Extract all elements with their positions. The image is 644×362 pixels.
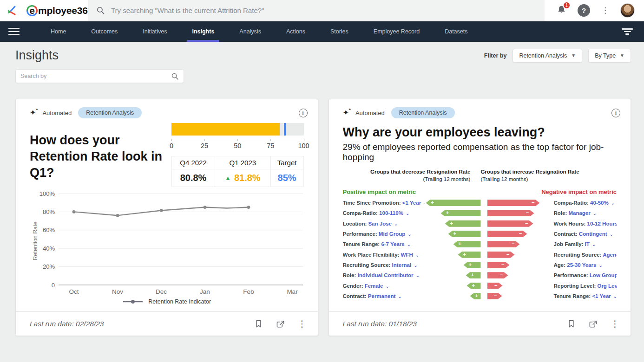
chevron-down-icon[interactable]: ⌄ (613, 294, 617, 299)
increase-impact-bar[interactable]: − (487, 293, 502, 299)
decrease-impact-bar[interactable]: + (445, 220, 481, 227)
svg-text:0: 0 (52, 282, 55, 289)
decrease-column-header: Groups that decrease Resignation Rate (T… (343, 168, 476, 183)
group-value-link[interactable]: <1 Year (592, 293, 611, 299)
bookmark-icon[interactable] (254, 319, 263, 329)
group-value-link[interactable]: Contingent (579, 231, 607, 237)
chevron-down-icon[interactable]: ⌄ (407, 232, 411, 237)
increase-impact-bar[interactable]: − (487, 200, 540, 206)
nav-item-insights[interactable]: Insights (179, 21, 227, 42)
increase-impact-bar[interactable]: − (487, 210, 534, 216)
user-avatar[interactable] (620, 3, 635, 18)
kebab-menu-icon[interactable]: ⋮ (611, 319, 619, 328)
nav-item-outcomes[interactable]: Outcomes (79, 21, 130, 42)
group-value-link[interactable]: 40-50% (590, 200, 609, 206)
chevron-down-icon[interactable]: ⌄ (592, 242, 596, 247)
filter-dropdown-category[interactable]: Retention Analysis ▼ (513, 49, 582, 63)
category-pill[interactable]: Retention Analysis (78, 107, 142, 118)
search-icon[interactable] (171, 72, 179, 80)
group-value-link[interactable]: Low Group (590, 272, 617, 278)
nav-item-actions[interactable]: Actions (274, 21, 318, 42)
notifications-button[interactable]: 1 (557, 5, 566, 17)
nav-item-employee-record[interactable]: Employee Record (361, 21, 432, 42)
nav-item-datasets[interactable]: Datasets (432, 21, 480, 42)
group-value-link[interactable]: IT (585, 241, 590, 247)
group-value-link[interactable]: 6-7 Years (381, 241, 404, 247)
share-icon[interactable] (588, 319, 598, 329)
decrease-impact-bar[interactable]: + (441, 210, 481, 216)
nav-item-initiatives[interactable]: Initiatives (130, 21, 179, 42)
negative-impact-header: Negative impact on metric (541, 188, 617, 195)
kebab-menu-icon[interactable]: ⋮ (298, 319, 307, 328)
decrease-group-label: Time Since Promotion: <1 Year⌄ (343, 200, 425, 206)
group-value-link[interactable]: Individual Contributor (357, 272, 413, 278)
decrease-impact-bar[interactable]: + (467, 283, 481, 289)
bookmark-icon[interactable] (567, 319, 576, 329)
kebab-menu-icon[interactable]: ⋮ (601, 6, 609, 14)
global-search-bar[interactable] (88, 0, 545, 21)
decrease-impact-bar[interactable]: + (448, 231, 481, 237)
chevron-down-icon[interactable]: ⌄ (414, 263, 417, 268)
decrease-impact-bar[interactable]: + (426, 200, 481, 206)
tornado-row: Performance: Mid Group⌄ + − Contract: Co… (343, 229, 617, 239)
app-logo[interactable]: employee360 (0, 0, 88, 21)
group-value-link[interactable]: Manager (568, 210, 590, 216)
chevron-down-icon[interactable]: ⌄ (398, 294, 401, 299)
group-value-link[interactable]: San Jose (368, 221, 392, 226)
group-value-link[interactable]: Agency (603, 252, 617, 258)
chevron-down-icon[interactable]: ⌄ (593, 211, 597, 216)
hamburger-menu-icon[interactable] (8, 26, 20, 37)
chevron-down-icon[interactable]: ⌄ (416, 273, 420, 278)
group-value-link[interactable]: Mid Group (379, 231, 406, 237)
funnel-filter-icon[interactable] (622, 27, 633, 36)
info-icon[interactable]: i (611, 109, 620, 117)
automated-label: Automated (355, 110, 385, 116)
increase-impact-bar[interactable]: − (487, 252, 515, 258)
sparkle-icon: ✦ (30, 109, 36, 116)
category-pill[interactable]: Retention Analysis (391, 107, 455, 118)
chevron-down-icon[interactable]: ⌄ (407, 242, 411, 247)
group-value-link[interactable]: 25-30 Years (567, 262, 596, 268)
bullet-target-marker[interactable] (284, 123, 286, 136)
increase-group-label: Job Family: IT⌄ (542, 241, 617, 247)
share-icon[interactable] (276, 319, 285, 329)
card-title: How does your Retention Rate look in Q1? (30, 132, 169, 187)
decrease-impact-bar[interactable]: + (470, 293, 481, 299)
group-value-link[interactable]: Internal (392, 262, 412, 268)
group-value-link[interactable]: Female (365, 283, 383, 289)
decrease-impact-bar[interactable]: + (466, 272, 481, 278)
group-value-link[interactable]: WFH (401, 252, 413, 258)
chevron-down-icon[interactable]: ⌄ (611, 200, 615, 206)
help-button[interactable]: ? (578, 4, 590, 17)
bullet-value-bar[interactable] (171, 123, 280, 136)
insights-search-box[interactable] (15, 69, 184, 83)
group-value-link[interactable]: 10-12 Hours (587, 221, 617, 226)
decrease-impact-bar[interactable]: + (458, 252, 481, 258)
increase-impact-bar[interactable]: − (487, 272, 508, 278)
global-search-input[interactable] (111, 6, 536, 14)
info-icon[interactable]: i (299, 109, 308, 117)
chevron-down-icon[interactable]: ⌄ (394, 221, 398, 226)
nav-item-stories[interactable]: Stories (318, 21, 361, 42)
increase-impact-bar[interactable]: − (487, 262, 510, 268)
increase-impact-bar[interactable]: − (487, 241, 520, 247)
increase-impact-bar[interactable]: − (487, 220, 533, 227)
chevron-down-icon[interactable]: ⌄ (415, 252, 419, 258)
decrease-impact-bar[interactable]: + (453, 241, 481, 247)
chevron-down-icon[interactable]: ⌄ (610, 232, 613, 237)
chevron-down-icon[interactable]: ⌄ (598, 263, 602, 268)
decrease-impact-bar[interactable]: + (464, 262, 481, 268)
group-value-link[interactable]: <1 Year (402, 200, 421, 206)
nav-item-analysis[interactable]: Analysis (227, 21, 274, 42)
chevron-down-icon[interactable]: ⌄ (385, 284, 389, 289)
filter-dropdown-type[interactable]: By Type ▼ (588, 49, 631, 63)
insights-search-input[interactable] (20, 73, 171, 79)
group-value-link[interactable]: 100-110% (379, 210, 403, 216)
increase-group-label: Role: Manager⌄ (542, 210, 617, 216)
increase-impact-bar[interactable]: − (487, 283, 503, 289)
increase-impact-bar[interactable]: − (487, 231, 527, 237)
group-value-link[interactable]: Permanent (368, 293, 395, 299)
chevron-down-icon[interactable]: ⌄ (406, 211, 409, 216)
nav-item-home[interactable]: Home (38, 21, 79, 42)
group-value-link[interactable]: Org Level 8 (597, 283, 617, 289)
